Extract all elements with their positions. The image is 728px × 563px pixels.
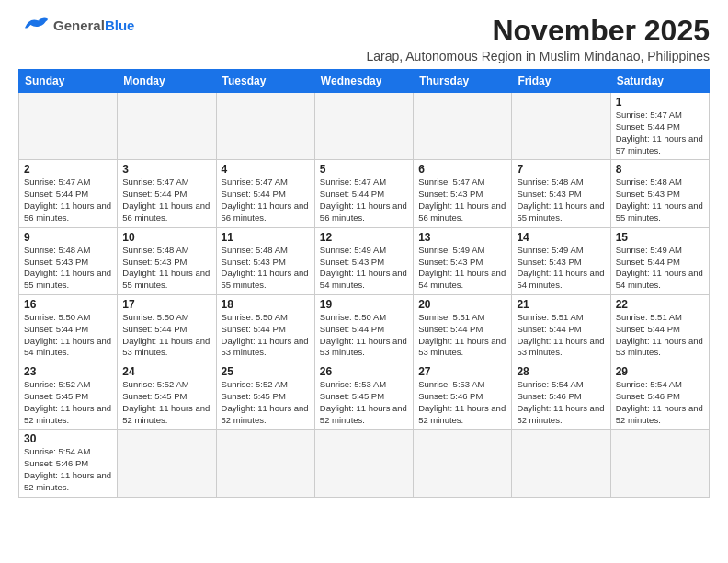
day-info: Sunrise: 5:48 AM Sunset: 5:43 PM Dayligh…	[517, 177, 605, 224]
day-number: 19	[320, 298, 408, 311]
day-header-thursday: Thursday	[414, 70, 512, 93]
calendar-day-cell: 10Sunrise: 5:48 AM Sunset: 5:43 PM Dayli…	[118, 227, 216, 294]
day-number: 23	[24, 365, 112, 378]
day-info: Sunrise: 5:51 AM Sunset: 5:44 PM Dayligh…	[616, 312, 704, 359]
day-number: 28	[517, 365, 605, 378]
calendar-day-cell: 23Sunrise: 5:52 AM Sunset: 5:45 PM Dayli…	[19, 362, 118, 430]
day-number: 15	[616, 231, 704, 244]
day-number: 2	[24, 163, 112, 176]
days-of-week-row: SundayMondayTuesdayWednesdayThursdayFrid…	[19, 70, 710, 93]
day-info: Sunrise: 5:47 AM Sunset: 5:44 PM Dayligh…	[222, 177, 310, 224]
calendar-day-cell: 15Sunrise: 5:49 AM Sunset: 5:44 PM Dayli…	[610, 227, 709, 294]
calendar-table: SundayMondayTuesdayWednesdayThursdayFrid…	[18, 69, 710, 498]
day-info: Sunrise: 5:50 AM Sunset: 5:44 PM Dayligh…	[222, 312, 310, 359]
calendar-day-cell: 22Sunrise: 5:51 AM Sunset: 5:44 PM Dayli…	[610, 294, 709, 362]
day-header-sunday: Sunday	[19, 70, 118, 93]
day-info: Sunrise: 5:49 AM Sunset: 5:43 PM Dayligh…	[418, 245, 506, 292]
logo-icon	[18, 15, 51, 35]
day-info: Sunrise: 5:53 AM Sunset: 5:45 PM Dayligh…	[320, 379, 408, 426]
day-info: Sunrise: 5:50 AM Sunset: 5:44 PM Dayligh…	[320, 312, 408, 359]
calendar-day-cell	[314, 430, 413, 497]
day-info: Sunrise: 5:53 AM Sunset: 5:46 PM Dayligh…	[418, 379, 506, 426]
day-number: 16	[24, 298, 112, 311]
day-number: 17	[122, 298, 210, 311]
day-number: 27	[418, 365, 506, 378]
day-number: 22	[616, 298, 704, 311]
day-info: Sunrise: 5:54 AM Sunset: 5:46 PM Dayligh…	[517, 379, 605, 426]
calendar-day-cell: 28Sunrise: 5:54 AM Sunset: 5:46 PM Dayli…	[512, 362, 610, 430]
day-info: Sunrise: 5:54 AM Sunset: 5:46 PM Dayligh…	[24, 446, 112, 493]
calendar-day-cell: 30Sunrise: 5:54 AM Sunset: 5:46 PM Dayli…	[19, 430, 118, 497]
day-info: Sunrise: 5:54 AM Sunset: 5:46 PM Dayligh…	[616, 379, 704, 426]
calendar-day-cell: 5Sunrise: 5:47 AM Sunset: 5:44 PM Daylig…	[314, 160, 413, 227]
calendar-week-row: 2Sunrise: 5:47 AM Sunset: 5:44 PM Daylig…	[19, 160, 710, 227]
calendar-day-cell: 2Sunrise: 5:47 AM Sunset: 5:44 PM Daylig…	[19, 160, 118, 227]
day-info: Sunrise: 5:47 AM Sunset: 5:44 PM Dayligh…	[24, 177, 112, 224]
calendar-day-cell: 6Sunrise: 5:47 AM Sunset: 5:43 PM Daylig…	[414, 160, 512, 227]
day-info: Sunrise: 5:49 AM Sunset: 5:43 PM Dayligh…	[517, 245, 605, 292]
calendar-header: SundayMondayTuesdayWednesdayThursdayFrid…	[19, 70, 710, 93]
calendar-day-cell: 29Sunrise: 5:54 AM Sunset: 5:46 PM Dayli…	[610, 362, 709, 430]
calendar-body: 1Sunrise: 5:47 AM Sunset: 5:44 PM Daylig…	[19, 93, 710, 498]
day-info: Sunrise: 5:49 AM Sunset: 5:44 PM Dayligh…	[616, 245, 704, 292]
calendar-day-cell: 24Sunrise: 5:52 AM Sunset: 5:45 PM Dayli…	[118, 362, 216, 430]
day-number: 5	[320, 163, 408, 176]
calendar-week-row: 16Sunrise: 5:50 AM Sunset: 5:44 PM Dayli…	[19, 294, 710, 362]
day-number: 9	[24, 231, 112, 244]
month-title: November 2025	[134, 15, 710, 47]
day-number: 14	[517, 231, 605, 244]
day-number: 24	[122, 365, 210, 378]
calendar-day-cell	[610, 430, 709, 497]
day-number: 8	[616, 163, 704, 176]
day-number: 18	[222, 298, 310, 311]
day-number: 20	[418, 298, 506, 311]
day-number: 13	[418, 231, 506, 244]
day-info: Sunrise: 5:48 AM Sunset: 5:43 PM Dayligh…	[24, 245, 112, 292]
day-info: Sunrise: 5:48 AM Sunset: 5:43 PM Dayligh…	[616, 177, 704, 224]
day-number: 21	[517, 298, 605, 311]
day-info: Sunrise: 5:47 AM Sunset: 5:44 PM Dayligh…	[122, 177, 210, 224]
calendar-day-cell	[118, 93, 216, 160]
day-number: 29	[616, 365, 704, 378]
logo-blue: Blue	[105, 17, 135, 33]
day-info: Sunrise: 5:52 AM Sunset: 5:45 PM Dayligh…	[122, 379, 210, 426]
day-number: 6	[418, 163, 506, 176]
calendar-day-cell	[512, 430, 610, 497]
calendar-day-cell: 27Sunrise: 5:53 AM Sunset: 5:46 PM Dayli…	[414, 362, 512, 430]
calendar-day-cell: 12Sunrise: 5:49 AM Sunset: 5:43 PM Dayli…	[314, 227, 413, 294]
day-header-monday: Monday	[118, 70, 216, 93]
calendar-day-cell: 3Sunrise: 5:47 AM Sunset: 5:44 PM Daylig…	[118, 160, 216, 227]
calendar-day-cell: 25Sunrise: 5:52 AM Sunset: 5:45 PM Dayli…	[216, 362, 314, 430]
day-info: Sunrise: 5:47 AM Sunset: 5:44 PM Dayligh…	[320, 177, 408, 224]
calendar-day-cell	[216, 430, 314, 497]
calendar-day-cell: 14Sunrise: 5:49 AM Sunset: 5:43 PM Dayli…	[512, 227, 610, 294]
day-info: Sunrise: 5:47 AM Sunset: 5:44 PM Dayligh…	[616, 109, 704, 156]
day-info: Sunrise: 5:51 AM Sunset: 5:44 PM Dayligh…	[418, 312, 506, 359]
calendar-day-cell: 9Sunrise: 5:48 AM Sunset: 5:43 PM Daylig…	[19, 227, 118, 294]
day-info: Sunrise: 5:50 AM Sunset: 5:44 PM Dayligh…	[24, 312, 112, 359]
calendar-week-row: 30Sunrise: 5:54 AM Sunset: 5:46 PM Dayli…	[19, 430, 710, 497]
calendar-day-cell: 11Sunrise: 5:48 AM Sunset: 5:43 PM Dayli…	[216, 227, 314, 294]
header: GeneralBlue November 2025 Larap, Autonom…	[18, 15, 710, 63]
day-info: Sunrise: 5:48 AM Sunset: 5:43 PM Dayligh…	[122, 245, 210, 292]
calendar-day-cell: 1Sunrise: 5:47 AM Sunset: 5:44 PM Daylig…	[610, 93, 709, 160]
calendar-week-row: 9Sunrise: 5:48 AM Sunset: 5:43 PM Daylig…	[19, 227, 710, 294]
calendar-day-cell: 4Sunrise: 5:47 AM Sunset: 5:44 PM Daylig…	[216, 160, 314, 227]
calendar-day-cell	[118, 430, 216, 497]
day-info: Sunrise: 5:52 AM Sunset: 5:45 PM Dayligh…	[24, 379, 112, 426]
day-number: 4	[222, 163, 310, 176]
calendar-day-cell	[414, 93, 512, 160]
day-number: 30	[24, 432, 112, 445]
day-info: Sunrise: 5:49 AM Sunset: 5:43 PM Dayligh…	[320, 245, 408, 292]
calendar-day-cell: 20Sunrise: 5:51 AM Sunset: 5:44 PM Dayli…	[414, 294, 512, 362]
day-number: 7	[517, 163, 605, 176]
calendar-day-cell: 18Sunrise: 5:50 AM Sunset: 5:44 PM Dayli…	[216, 294, 314, 362]
calendar-day-cell: 21Sunrise: 5:51 AM Sunset: 5:44 PM Dayli…	[512, 294, 610, 362]
day-info: Sunrise: 5:52 AM Sunset: 5:45 PM Dayligh…	[222, 379, 310, 426]
logo: GeneralBlue	[18, 15, 134, 35]
calendar-day-cell: 26Sunrise: 5:53 AM Sunset: 5:45 PM Dayli…	[314, 362, 413, 430]
day-number: 26	[320, 365, 408, 378]
day-info: Sunrise: 5:47 AM Sunset: 5:43 PM Dayligh…	[418, 177, 506, 224]
day-header-saturday: Saturday	[610, 70, 709, 93]
title-block: November 2025 Larap, Autonomous Region i…	[134, 15, 710, 63]
